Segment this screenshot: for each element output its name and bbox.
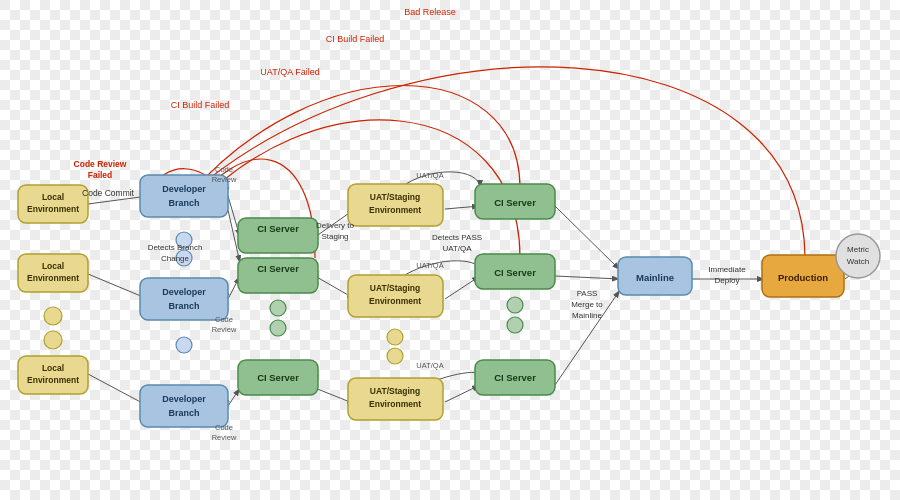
svg-text:Metric: Metric [847, 245, 869, 254]
svg-rect-44 [140, 385, 228, 427]
svg-text:Mainline: Mainline [636, 272, 674, 283]
svg-text:CI Build Failed: CI Build Failed [326, 34, 385, 44]
svg-text:UAT/QA: UAT/QA [416, 361, 443, 370]
svg-point-62 [387, 348, 403, 364]
svg-text:Code: Code [215, 165, 233, 174]
svg-text:Watch: Watch [847, 257, 869, 266]
svg-text:CI Server: CI Server [257, 223, 299, 234]
svg-text:Environment: Environment [27, 204, 79, 214]
svg-text:Local: Local [42, 261, 64, 271]
svg-text:Production: Production [778, 272, 828, 283]
svg-text:Detects PASS: Detects PASS [432, 233, 482, 242]
svg-text:UAT/QA: UAT/QA [442, 244, 472, 253]
diagram-container: Local Environment Local Environment Loca… [0, 0, 900, 500]
svg-text:Change: Change [161, 254, 190, 263]
svg-text:Branch: Branch [168, 301, 199, 311]
svg-point-43 [176, 337, 192, 353]
svg-point-52 [270, 320, 286, 336]
svg-text:PASS: PASS [577, 289, 598, 298]
svg-text:CI Build Failed: CI Build Failed [171, 100, 230, 110]
svg-text:CI Server: CI Server [494, 372, 536, 383]
svg-text:Bad Release: Bad Release [404, 7, 456, 17]
svg-text:Developer: Developer [162, 287, 206, 297]
svg-text:CI Server: CI Server [494, 267, 536, 278]
svg-text:Branch: Branch [168, 198, 199, 208]
svg-text:UAT/QA: UAT/QA [416, 171, 443, 180]
svg-text:CI Server: CI Server [257, 263, 299, 274]
svg-point-31 [44, 331, 62, 349]
svg-point-70 [507, 297, 523, 313]
svg-text:Code: Code [215, 315, 233, 324]
svg-point-51 [270, 300, 286, 316]
svg-point-71 [507, 317, 523, 333]
svg-text:Merge to: Merge to [571, 300, 603, 309]
svg-text:CI Server: CI Server [257, 372, 299, 383]
svg-text:CI Server: CI Server [494, 197, 536, 208]
svg-text:Environment: Environment [27, 273, 79, 283]
svg-text:Code Review: Code Review [74, 159, 127, 169]
svg-text:Detects Branch: Detects Branch [148, 243, 203, 252]
svg-text:Review: Review [212, 175, 237, 184]
svg-text:Environment: Environment [369, 296, 421, 306]
svg-text:UAT/Staging: UAT/Staging [370, 283, 420, 293]
svg-rect-40 [140, 278, 228, 320]
svg-text:Code Commit: Code Commit [82, 188, 135, 198]
svg-text:UAT/Staging: UAT/Staging [370, 192, 420, 202]
svg-text:Review: Review [212, 325, 237, 334]
svg-text:Staging: Staging [321, 232, 348, 241]
svg-text:UAT/QA Failed: UAT/QA Failed [260, 67, 319, 77]
svg-point-30 [44, 307, 62, 325]
svg-text:UAT/QA: UAT/QA [416, 261, 443, 270]
svg-point-78 [836, 234, 880, 278]
svg-text:Immediate: Immediate [708, 265, 746, 274]
svg-text:Review: Review [212, 433, 237, 442]
svg-text:Failed: Failed [88, 170, 113, 180]
svg-text:Local: Local [42, 192, 64, 202]
svg-text:Local: Local [42, 363, 64, 373]
svg-text:Deploy: Deploy [715, 276, 740, 285]
svg-text:Environment: Environment [27, 375, 79, 385]
svg-text:UAT/Staging: UAT/Staging [370, 386, 420, 396]
svg-text:Code: Code [215, 423, 233, 432]
svg-point-61 [387, 329, 403, 345]
svg-text:Developer: Developer [162, 394, 206, 404]
svg-text:Delivery to: Delivery to [316, 221, 354, 230]
svg-text:Environment: Environment [369, 399, 421, 409]
svg-text:Mainline: Mainline [572, 311, 602, 320]
svg-text:Environment: Environment [369, 205, 421, 215]
svg-text:Developer: Developer [162, 184, 206, 194]
svg-text:Branch: Branch [168, 408, 199, 418]
